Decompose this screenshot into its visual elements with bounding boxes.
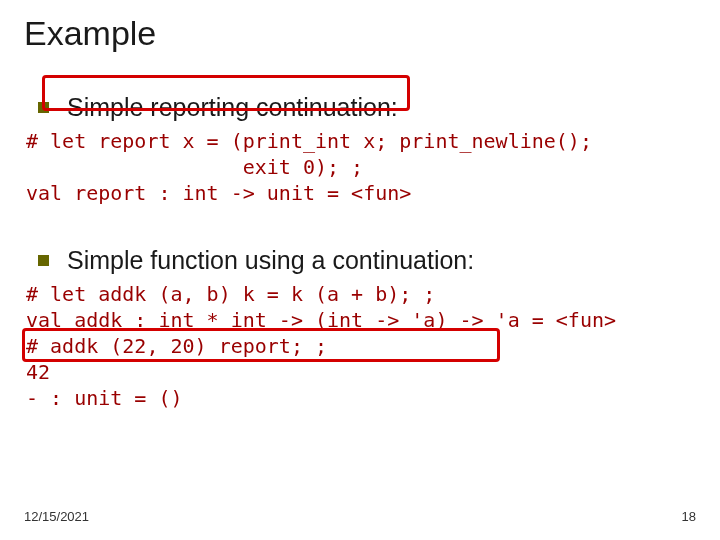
slide-title: Example	[24, 14, 696, 53]
footer-date: 12/15/2021	[24, 509, 89, 524]
code-block-1: # let report x = (print_int x; print_new…	[26, 128, 696, 206]
bullet-item-2: Simple function using a continuation:	[24, 246, 696, 275]
square-bullet-icon	[38, 255, 49, 266]
highlight-box-2	[22, 328, 500, 362]
footer: 12/15/2021 18	[24, 509, 696, 524]
bullet-text-2: Simple function using a continuation:	[67, 246, 474, 275]
footer-page-number: 18	[682, 509, 696, 524]
highlight-box-1	[42, 75, 410, 111]
